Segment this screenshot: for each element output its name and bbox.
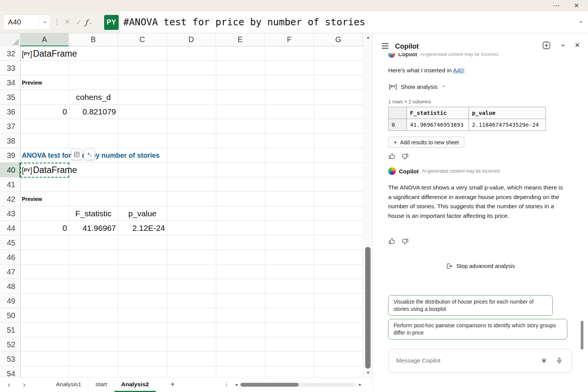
formula-input[interactable]: #ANOVA test for price by number of stori… [120,11,588,33]
copilot-scroll-thumb[interactable] [581,321,583,350]
close-panel-icon[interactable]: ✕ [575,39,580,52]
sheet-tab-analysis1[interactable]: Analysis1 [49,377,88,392]
cell-C44[interactable]: 2.12E-24 [118,221,167,235]
formula-bar-handle-icon[interactable]: ⋮ [54,11,60,33]
name-box[interactable]: A40 ⌄ [3,15,51,30]
show-analysis-label: Show analysis [401,83,438,90]
grid-body[interactable]: 3233343536373839404142434445464748495051… [0,46,363,377]
column-header-E[interactable]: E [216,33,265,46]
copilot-panel-title: Copilot [395,40,419,52]
row-header-50[interactable]: 50 [0,308,20,323]
chevron-down-icon[interactable]: ⌄ [42,14,47,28]
row-header-37[interactable]: 37 [0,119,20,134]
cell-A39[interactable]: ANOVA test for price by number of storie… [20,148,69,163]
inserted-suffix: : [464,67,465,74]
sheet-tab-bar: ‹ › Analysis1startAnalysis2 + ⋮ ◄ ► [0,377,372,392]
cell-B36[interactable]: 0.821079 [69,105,118,119]
thumbs-up-icon[interactable] [388,153,395,162]
row-header-49[interactable]: 49 [0,294,20,308]
copilot-message-attribution: Copilot AI-generated content may be inco… [388,167,500,175]
select-all-corner[interactable] [0,33,20,46]
python-chip-icon: [PY] [389,83,397,90]
column-header-G[interactable]: G [314,33,363,46]
row-header-46[interactable]: 46 [0,250,20,265]
copilot-options-icon[interactable] [541,357,547,366]
cell-A32[interactable]: [PY]DataFrame [20,46,69,61]
analysis-summary-text: The ANOVA test shows a very small p-valu… [388,183,565,220]
collapse-panel-icon[interactable]: ⌄ [560,38,566,50]
cell-A44[interactable]: 0 [20,221,69,235]
cell-C43[interactable]: p_value [118,206,167,221]
add-results-button[interactable]: + Add results to new sheet [388,137,464,148]
row-header-45[interactable]: 45 [0,235,20,250]
analyze-button[interactable] [84,149,95,160]
column-header-B[interactable]: B [69,33,118,46]
tab-options-icon[interactable]: ⋮ [224,377,230,391]
sheet-tab-start[interactable]: start [88,377,114,392]
row-header-39[interactable]: 39 [0,148,20,163]
scroll-down-icon[interactable]: ▼ [363,369,373,377]
row-header-43[interactable]: 43 [0,206,20,221]
row-header-41[interactable]: 41 [0,177,20,192]
row-header-38[interactable]: 38 [0,134,20,148]
cell-reference-link[interactable]: A40 [453,67,464,74]
column-header-D[interactable]: D [167,33,216,46]
ai-disclaimer: AI-generated content may be incorrect [422,168,500,174]
row-header-48[interactable]: 48 [0,279,20,294]
row-header-54[interactable]: 54 [0,366,20,377]
row-header-51[interactable]: 51 [0,323,20,337]
stop-analysis-label: Stop advanced analysis [456,263,515,269]
vertical-scroll-thumb[interactable] [365,247,371,369]
insert-function-icon[interactable]: ƒ⌄ [85,11,92,33]
grid-vertical-scrollbar[interactable]: ▲ ▼ [363,33,372,377]
cell-A36[interactable]: 0 [20,105,69,119]
thumbs-down-icon[interactable] [402,153,409,162]
thumbs-down-icon[interactable] [402,238,409,247]
new-chat-icon[interactable] [542,41,551,52]
suggestion-pill[interactable]: Visualize the distribution of house pric… [388,295,553,316]
menu-icon[interactable] [381,42,389,51]
cell-A42[interactable]: Preview [20,192,69,206]
cell-B43[interactable]: F_statistic [69,206,118,221]
row-header-36[interactable]: 36 [0,105,20,119]
cell-B35[interactable]: cohens_d [69,90,118,105]
column-header-A[interactable]: A [20,33,69,46]
confirm-entry-icon[interactable]: ✓ [74,11,84,33]
cell-A34[interactable]: Preview [20,75,69,90]
inserted-prefix: Here's what I inserted in [388,67,453,74]
cancel-entry-icon[interactable]: ✕ [62,11,73,33]
horizontal-scroll-thumb[interactable] [240,383,299,387]
column-header-F[interactable]: F [265,33,314,46]
tab-nav-left-icon[interactable]: ‹ [8,377,10,392]
more-options-icon[interactable]: ⋯ [549,0,564,11]
row-header-47[interactable]: 47 [0,265,20,279]
row-header-42[interactable]: 42 [0,192,20,206]
show-analysis-toggle[interactable]: [PY] Show analysis ⌄ [389,83,445,90]
row-header-40[interactable]: 40 [0,163,20,177]
row-header-33[interactable]: 33 [0,61,20,75]
message-copilot-input[interactable] [396,349,534,372]
cell-B44[interactable]: 41.96967 [69,221,118,235]
row-header-52[interactable]: 52 [0,337,20,352]
row-header-44[interactable]: 44 [0,221,20,235]
clipped-message-attribution: Copilot AI-generated content may be inco… [388,53,572,59]
hscroll-right-icon[interactable]: ► [358,377,362,392]
hscroll-left-icon[interactable]: ◄ [234,377,238,392]
add-sheet-button[interactable]: + [170,377,175,391]
row-header-34[interactable]: 34 [0,75,20,90]
gridline [216,46,216,377]
row-header-32[interactable]: 32 [0,46,20,61]
row-header-35[interactable]: 35 [0,90,20,105]
formula-bar-expand-icon[interactable]: ⌄ [578,10,583,31]
suggestion-pill[interactable]: Perform post-hoc pairwise comparisons to… [388,319,567,340]
insert-data-button[interactable] [71,149,82,160]
column-header-C[interactable]: C [118,33,167,46]
stop-advanced-analysis-button[interactable]: Stop advanced analysis [446,263,515,270]
sheet-tab-analysis2[interactable]: Analysis2 [114,377,156,392]
microphone-icon[interactable] [556,357,563,366]
gridline [20,46,21,377]
scroll-up-icon[interactable]: ▲ [363,33,373,42]
tab-nav-right-icon[interactable]: › [23,377,26,392]
row-header-53[interactable]: 53 [0,352,20,366]
thumbs-up-icon[interactable] [388,238,395,247]
